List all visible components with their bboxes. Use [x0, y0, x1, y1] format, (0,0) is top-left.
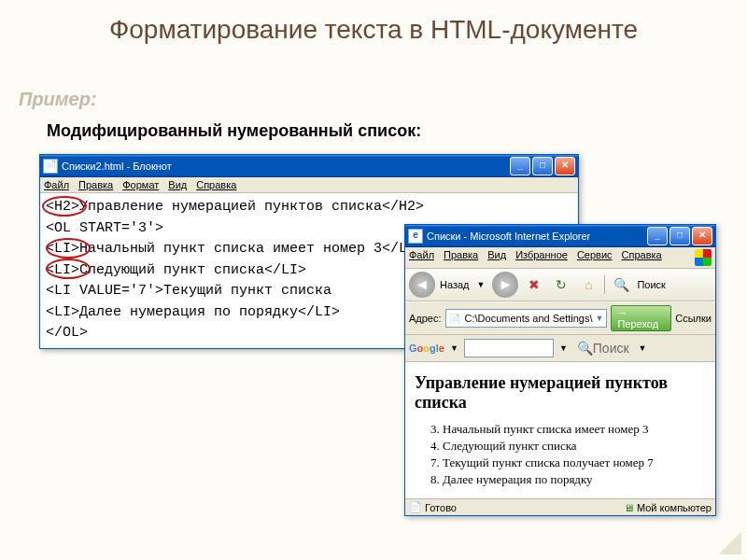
windows-flag-icon	[695, 249, 712, 266]
links-label[interactable]: Ссылки	[675, 313, 712, 324]
minimize-button[interactable]: _	[510, 157, 530, 175]
list-item: Следующий пункт списка	[443, 439, 706, 454]
numbered-list: Начальный пункт списка имеет номер 3 Сле…	[415, 422, 706, 487]
menu-tools[interactable]: Сервис	[577, 249, 613, 266]
ie-menubar: Файл Правка Вид Избранное Сервис Справка	[405, 247, 715, 269]
notepad-titlebar[interactable]: 📄 Списки2.html - Блокнот _ □ ✕	[40, 155, 578, 177]
page-corner-fold	[719, 532, 741, 554]
home-button[interactable]: ⌂	[577, 273, 599, 296]
dropdown-icon[interactable]: ▼	[477, 280, 486, 289]
stop-button[interactable]: ✖	[523, 273, 545, 296]
ie-status-bar: 📄Готово 🖥Мой компьютер	[405, 498, 715, 515]
go-button[interactable]: → Переход	[611, 305, 671, 331]
menu-help[interactable]: Справка	[622, 249, 662, 266]
slide-title: Форматирование текста в HTML-документе	[0, 0, 747, 46]
dropdown-icon[interactable]: ▼	[639, 343, 647, 353]
menu-file[interactable]: Файл	[409, 249, 434, 266]
list-item: Текущий пункт списка получает номер 7	[443, 455, 706, 470]
ie-icon: e	[408, 229, 423, 244]
google-search-button[interactable]: 🔍 Поиск	[573, 337, 633, 359]
notepad-icon: 📄	[43, 159, 58, 174]
back-label: Назад	[440, 279, 470, 290]
close-button[interactable]: ✕	[555, 157, 575, 175]
menu-edit[interactable]: Правка	[78, 179, 113, 190]
google-search-input[interactable]	[464, 339, 554, 357]
menu-file[interactable]: Файл	[44, 179, 69, 190]
close-button[interactable]: ✕	[692, 227, 712, 245]
menu-edit[interactable]: Правка	[444, 249, 478, 266]
status-ready: Готово	[425, 502, 457, 513]
address-input[interactable]	[463, 312, 596, 325]
ie-titlebar[interactable]: e Списки - Microsoft Internet Explorer _…	[405, 225, 715, 247]
dropdown-icon[interactable]: ▼	[559, 343, 568, 353]
menu-view[interactable]: Вид	[487, 249, 506, 266]
page-heading: Управление нумерацией пунктов списка	[415, 373, 706, 413]
address-label: Адрес:	[409, 313, 442, 324]
menu-favorites[interactable]: Избранное	[515, 249, 568, 266]
menu-help[interactable]: Справка	[196, 179, 236, 190]
notepad-menubar: Файл Правка Формат Вид Справка	[40, 177, 578, 193]
ie-page-body: Управление нумерацией пунктов списка Нач…	[405, 362, 715, 498]
menu-view[interactable]: Вид	[168, 179, 187, 190]
dropdown-icon[interactable]: ▼	[596, 314, 604, 323]
maximize-button[interactable]: □	[669, 227, 690, 245]
ie-address-bar: Адрес: 📄 ▼ → Переход Ссылки	[405, 301, 715, 335]
ie-window: e Списки - Microsoft Internet Explorer _…	[404, 224, 716, 516]
list-item: Начальный пункт списка имеет номер 3	[443, 422, 706, 437]
maximize-button[interactable]: □	[532, 157, 553, 175]
done-icon: 📄	[409, 501, 422, 513]
minimize-button[interactable]: _	[647, 227, 668, 245]
google-logo: Google	[409, 343, 444, 354]
back-button[interactable]: ◄	[409, 272, 435, 298]
page-icon: 📄	[449, 314, 460, 324]
status-zone: Мой компьютер	[637, 502, 712, 513]
list-item: Далее нумерация по порядку	[443, 472, 706, 487]
ie-nav-toolbar: ◄ Назад ▼ ► ✖ ↻ ⌂ 🔍 Поиск	[405, 269, 715, 301]
menu-format[interactable]: Формат	[122, 179, 159, 190]
ie-title: Списки - Microsoft Internet Explorer	[427, 231, 647, 242]
example-label: Пример:	[19, 89, 97, 110]
code-line: <H2>Управление нумерацией пунктов списка…	[46, 197, 572, 218]
address-input-wrap[interactable]: 📄 ▼	[445, 309, 608, 328]
zone-icon: 🖥	[624, 502, 634, 513]
google-toolbar: Google ▼ ▼ 🔍 Поиск ▼	[405, 335, 715, 362]
dropdown-icon[interactable]: ▼	[450, 343, 458, 353]
slide-subtitle: Модифицированный нумерованный список:	[47, 121, 421, 141]
search-label: Поиск	[637, 279, 665, 290]
search-icon[interactable]: 🔍	[610, 273, 632, 296]
forward-button[interactable]: ►	[492, 272, 518, 298]
notepad-title: Списки2.html - Блокнот	[62, 161, 510, 172]
refresh-button[interactable]: ↻	[550, 273, 572, 296]
